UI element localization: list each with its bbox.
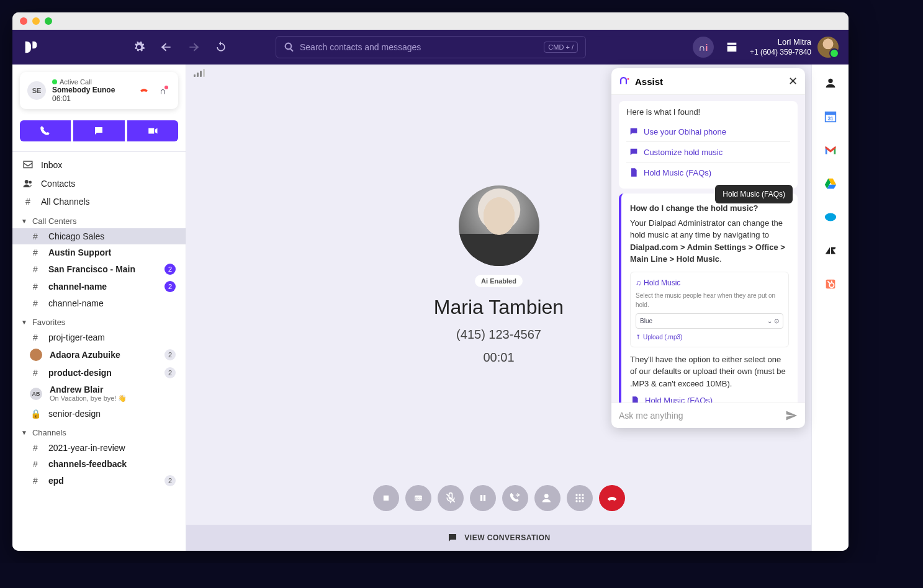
message-button[interactable] bbox=[73, 120, 124, 141]
transfer-button[interactable] bbox=[502, 485, 528, 511]
mac-titlebar bbox=[12, 12, 849, 30]
active-call-card[interactable]: SE Active Call Somebody Eunoe 06:01 ∩ bbox=[20, 72, 178, 109]
cc-channel-5[interactable]: #channel-name bbox=[12, 295, 186, 311]
cc-channel-4[interactable]: #channel-name2 bbox=[12, 278, 186, 295]
ch-epd[interactable]: #epd2 bbox=[12, 472, 186, 489]
assist-title: Assist bbox=[635, 76, 783, 87]
svg-rect-2 bbox=[383, 496, 388, 501]
sidebar-item-label: Andrew Blair bbox=[50, 385, 127, 394]
upload-label: Upload (.mp3) bbox=[643, 332, 682, 342]
fav-senior-design[interactable]: 🔒senior-design bbox=[12, 406, 186, 422]
view-conversation-button[interactable]: VIEW CONVERSATION bbox=[186, 525, 811, 551]
google-calendar-icon[interactable]: 31 bbox=[823, 109, 838, 124]
svg-point-17 bbox=[628, 78, 629, 80]
pause-button[interactable] bbox=[470, 485, 496, 511]
caller-phone: (415) 123-4567 bbox=[456, 327, 541, 342]
sidebar-item-label: senior-design bbox=[48, 409, 101, 419]
send-icon[interactable] bbox=[785, 409, 798, 422]
faq-link[interactable]: Hold Music (FAQs) bbox=[630, 394, 789, 403]
sidebar-item-label: channel-name bbox=[48, 298, 104, 308]
window-min-dot[interactable] bbox=[32, 17, 40, 25]
section-favorites[interactable]: ▼Favorites bbox=[12, 311, 186, 329]
user-avatar[interactable] bbox=[817, 37, 839, 58]
found-text: Here is what I found! bbox=[626, 107, 790, 117]
user-menu[interactable]: Lori Mitra +1 (604) 359-7840 bbox=[750, 37, 839, 58]
chevron-down-icon: ⌄ ⊙ bbox=[767, 316, 779, 326]
sidebar-item-label: epd bbox=[48, 476, 64, 486]
nav-inbox-label: Inbox bbox=[41, 160, 62, 170]
hash-icon: # bbox=[30, 459, 41, 469]
fav-product-design[interactable]: #product-design2 bbox=[12, 364, 186, 381]
topbar: CMD + / ∩i Lori Mitra +1 (604) 359-7840 bbox=[12, 30, 849, 65]
svg-rect-6 bbox=[483, 495, 485, 501]
gmail-icon[interactable] bbox=[823, 143, 838, 158]
upload-link[interactable]: ⤒Upload (.mp3) bbox=[636, 332, 783, 342]
window-max-dot[interactable] bbox=[45, 17, 52, 25]
result-hold-faqs[interactable]: Hold Music (FAQs) bbox=[626, 163, 790, 182]
chevron-down-icon: ▼ bbox=[21, 429, 27, 436]
hash-icon: # bbox=[30, 282, 41, 292]
record-button[interactable]: REC bbox=[405, 485, 431, 511]
nav-back-icon[interactable] bbox=[156, 37, 176, 57]
search-bar[interactable]: CMD + / bbox=[276, 36, 586, 58]
assist-input[interactable] bbox=[619, 411, 780, 421]
fav-adaora[interactable]: Adaora Azubuike2 bbox=[12, 345, 186, 364]
close-icon[interactable]: ✕ bbox=[788, 74, 798, 88]
sidebar-item-label: Austin Support bbox=[48, 247, 111, 257]
hash-icon: # bbox=[30, 476, 41, 486]
dialpad-button[interactable] bbox=[567, 485, 593, 511]
hash-icon: # bbox=[30, 247, 41, 257]
dial-button[interactable] bbox=[20, 120, 71, 141]
nav-contacts[interactable]: Contacts bbox=[12, 174, 186, 193]
favorites-title: Favorites bbox=[32, 318, 65, 327]
ai-pill-button[interactable]: ∩i bbox=[693, 37, 714, 58]
nav-inbox[interactable]: Inbox bbox=[12, 156, 186, 174]
cc-sf-main[interactable]: #San Francisco - Main2 bbox=[12, 261, 186, 278]
sidebar-item-label: San Francisco - Main bbox=[48, 264, 135, 274]
calendar-icon[interactable] bbox=[721, 37, 742, 58]
settings-icon[interactable] bbox=[129, 37, 149, 57]
section-call-centers[interactable]: ▼Call Centers bbox=[12, 210, 186, 228]
contact-avatar bbox=[30, 349, 42, 361]
count-badge: 2 bbox=[164, 349, 176, 360]
result-customize-hold[interactable]: Customize hold music bbox=[626, 142, 790, 163]
svg-point-8 bbox=[575, 494, 577, 496]
mute-button[interactable] bbox=[438, 485, 464, 511]
profile-icon[interactable] bbox=[823, 76, 838, 91]
salesforce-icon[interactable] bbox=[823, 210, 838, 225]
hold-select[interactable]: Blue⌄ ⊙ bbox=[636, 313, 783, 329]
fav-proj-tiger[interactable]: #proj-tiger-team bbox=[12, 329, 186, 345]
search-shortcut: CMD + / bbox=[544, 42, 578, 53]
section-channels[interactable]: ▼Channels bbox=[12, 422, 186, 440]
add-participant-button[interactable] bbox=[534, 485, 561, 511]
nav-forward-icon[interactable] bbox=[184, 37, 204, 57]
svg-point-9 bbox=[579, 494, 580, 496]
ai-small-icon[interactable]: ∩ bbox=[157, 84, 171, 97]
search-input[interactable] bbox=[300, 42, 544, 52]
window-close-dot[interactable] bbox=[20, 17, 27, 25]
svg-point-10 bbox=[582, 494, 583, 496]
hangup-button[interactable] bbox=[599, 485, 625, 511]
unread-badge: 2 bbox=[164, 281, 176, 292]
zendesk-icon[interactable] bbox=[823, 243, 838, 258]
cc-austin-support[interactable]: #Austin Support bbox=[12, 244, 186, 261]
video-button[interactable] bbox=[127, 120, 178, 141]
nav-all-channels[interactable]: #All Channels bbox=[12, 193, 186, 210]
call-duration: 06:01 bbox=[52, 94, 131, 103]
google-drive-icon[interactable] bbox=[823, 176, 838, 191]
fav-andrew[interactable]: ABAndrew BlairOn Vacation, bye bye! 👋 bbox=[12, 381, 186, 406]
hash-icon: # bbox=[22, 197, 34, 207]
user-name: Lori Mitra bbox=[750, 37, 811, 48]
ch-2021-review[interactable]: #2021-year-in-review bbox=[12, 440, 186, 456]
result-obihai[interactable]: Use your Obihai phone bbox=[626, 122, 790, 142]
app-logo[interactable] bbox=[22, 38, 40, 56]
faq-link-label: Hold Music (FAQs) bbox=[645, 394, 713, 403]
hangup-small-icon[interactable] bbox=[137, 84, 151, 97]
refresh-icon[interactable] bbox=[211, 37, 231, 57]
stop-button[interactable] bbox=[373, 485, 399, 511]
ch-feedback[interactable]: #channels-feedback bbox=[12, 456, 186, 472]
channels-title: Channels bbox=[32, 428, 66, 437]
hubspot-icon[interactable] bbox=[823, 277, 838, 292]
svg-point-12 bbox=[579, 497, 580, 499]
cc-chicago-sales[interactable]: #Chicago Sales bbox=[12, 228, 186, 244]
